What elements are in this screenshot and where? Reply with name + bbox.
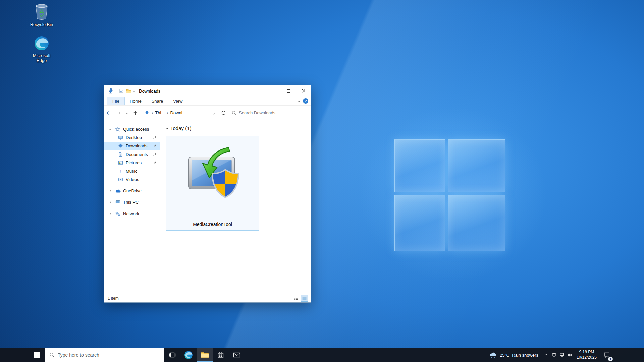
close-button[interactable]	[296, 85, 311, 97]
sidebar-item-downloads[interactable]: Downloads	[104, 142, 160, 150]
help-button[interactable]: ?	[303, 98, 308, 104]
weather-condition: Rain showers	[512, 353, 538, 358]
tray-network-button[interactable]	[558, 352, 566, 358]
downloads-folder-icon	[118, 143, 123, 149]
tray-show-hidden-icons-button[interactable]	[542, 354, 550, 356]
explorer-search-box[interactable]	[229, 108, 311, 118]
title-bar[interactable]: Downloads	[104, 85, 311, 97]
ribbon-tab-strip: File Home Share View ?	[104, 97, 311, 106]
wallpaper-logo-pane	[394, 195, 445, 251]
recent-locations-button[interactable]	[124, 108, 130, 118]
sidebar-item-label: Pictures	[126, 160, 142, 165]
this-pc-icon	[115, 199, 121, 205]
qat-properties-icon[interactable]	[118, 88, 124, 94]
back-button[interactable]	[104, 108, 113, 118]
group-collapse-chevron-icon[interactable]	[166, 127, 168, 129]
start-button[interactable]	[29, 348, 45, 362]
chevron-up-icon	[545, 354, 547, 356]
breadcrumb-separator: ›	[152, 110, 153, 115]
sidebar-item-this-pc[interactable]: This PC	[104, 198, 160, 206]
close-icon	[302, 89, 306, 93]
quick-access-toolbar	[108, 88, 135, 94]
sidebar-item-label: OneDrive	[123, 188, 142, 193]
menu-view[interactable]: View	[168, 97, 187, 105]
forward-button[interactable]	[114, 108, 123, 118]
file-explorer-icon	[201, 352, 209, 358]
tray-volume-button[interactable]	[566, 352, 574, 358]
taskbar-search-box[interactable]	[45, 348, 164, 362]
group-header-today[interactable]: Today (1)	[166, 124, 306, 132]
tray-hardware-button[interactable]	[550, 352, 558, 358]
refresh-icon	[221, 110, 226, 115]
wallpaper-logo-pane	[394, 139, 445, 192]
clock-time: 9:18 PM	[577, 350, 597, 355]
task-view-button[interactable]	[164, 348, 180, 362]
taskbar-file-explorer-button[interactable]	[197, 348, 213, 362]
menu-file[interactable]: File	[107, 97, 125, 105]
windows-start-icon	[34, 352, 40, 358]
volume-icon	[567, 352, 572, 358]
file-name-label: MediaCreationTool	[193, 222, 232, 227]
expand-chevron-icon[interactable]	[109, 128, 111, 130]
search-icon	[232, 111, 236, 115]
action-center-button[interactable]: 1	[600, 348, 614, 362]
sidebar-item-music[interactable]: ♪ Music	[104, 167, 160, 175]
sidebar-item-network[interactable]: Network	[104, 209, 160, 218]
recycle-bin-icon	[34, 3, 49, 21]
large-icons-view-icon	[302, 296, 307, 301]
caption-buttons	[266, 85, 311, 97]
taskbar-clock[interactable]: 9:18 PM 10/12/2025	[574, 350, 600, 360]
taskbar-edge-button[interactable]	[180, 348, 197, 362]
expand-chevron-icon[interactable]	[109, 190, 111, 192]
address-dropdown-chevron[interactable]	[213, 110, 215, 115]
edge-icon	[34, 36, 49, 52]
sidebar-item-quick-access[interactable]: Quick access	[104, 125, 160, 133]
menu-home[interactable]: Home	[125, 97, 147, 105]
explorer-search-input[interactable]	[239, 110, 308, 115]
sidebar-item-onedrive[interactable]: OneDrive	[104, 187, 160, 195]
expand-chevron-icon[interactable]	[109, 213, 111, 215]
sidebar-item-desktop[interactable]: Desktop	[104, 133, 160, 142]
edge-icon	[184, 351, 193, 359]
music-note-icon: ♪	[118, 168, 123, 174]
desktop-icon-recycle-bin[interactable]: Recycle Bin	[28, 3, 56, 27]
taskbar-weather-widget[interactable]: 25°C Rain showers	[485, 352, 542, 358]
clock-date: 10/12/2025	[577, 355, 597, 360]
breadcrumb-separator: ›	[167, 110, 168, 115]
details-view-button[interactable]	[293, 295, 300, 301]
qat-customize-chevron-icon[interactable]	[133, 89, 135, 92]
desktop: Recycle Bin Microsoft Edge	[0, 0, 644, 362]
address-box[interactable]: › Thi... › Downl...	[142, 108, 217, 118]
minimize-button[interactable]	[266, 85, 281, 97]
sidebar-item-label: Desktop	[126, 135, 142, 140]
breadcrumb-this-pc[interactable]: Thi...	[155, 110, 165, 115]
taskbar-mail-button[interactable]	[229, 348, 245, 362]
refresh-button[interactable]	[219, 108, 228, 118]
downloads-folder-app-icon	[108, 88, 113, 94]
group-header-rule	[194, 128, 306, 128]
file-item-mediacreationtool[interactable]: MediaCreationTool	[166, 136, 259, 231]
taskbar-store-button[interactable]	[213, 348, 229, 362]
task-view-icon	[169, 351, 176, 359]
up-button[interactable]	[131, 108, 140, 118]
sidebar-item-videos[interactable]: Videos	[104, 175, 160, 184]
maximize-button[interactable]	[281, 85, 296, 97]
onedrive-cloud-icon	[115, 188, 121, 194]
qat-new-folder-icon[interactable]	[126, 88, 131, 94]
ribbon-expand-chevron-icon[interactable]	[298, 100, 300, 102]
sidebar-item-label: Network	[123, 211, 139, 216]
pictures-folder-icon	[118, 160, 123, 166]
taskbar-search-input[interactable]	[58, 352, 160, 358]
sidebar-item-label: This PC	[123, 200, 139, 205]
sidebar-item-documents[interactable]: Documents	[104, 150, 160, 159]
large-icons-view-button[interactable]	[301, 295, 308, 301]
sidebar-item-label: Downloads	[126, 143, 147, 148]
menu-share[interactable]: Share	[147, 97, 168, 105]
microsoft-store-icon	[217, 351, 224, 359]
expand-chevron-icon[interactable]	[109, 201, 111, 203]
sidebar-item-pictures[interactable]: Pictures	[104, 159, 160, 167]
sidebar-item-label: Music	[126, 169, 137, 174]
sidebar-item-label: Documents	[126, 152, 148, 157]
breadcrumb-downloads[interactable]: Downl...	[170, 110, 186, 115]
desktop-icon-microsoft-edge[interactable]: Microsoft Edge	[28, 36, 56, 63]
